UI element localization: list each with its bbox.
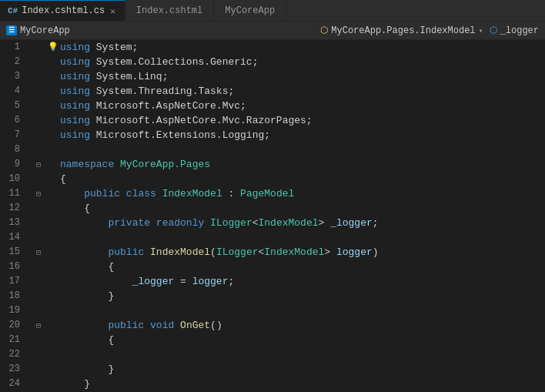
tab-indexcshtml-cs[interactable]: C# Index.cshtml.cs ✕ — [0, 0, 125, 21]
code-line: public class IndexModel : PageModel — [48, 186, 545, 201]
gutter-line — [32, 69, 45, 84]
plain-token — [174, 318, 180, 333]
gutter-line — [32, 113, 45, 128]
type-token: IndexModel — [259, 216, 319, 230]
kw-token: public — [84, 186, 120, 201]
plain-token: { — [60, 201, 90, 216]
breadcrumb-dropdowns: ⬡ MyCoreApp.Pages.IndexModel ▾ ⬡ _logger — [320, 25, 539, 36]
line-number: 3 — [0, 69, 26, 84]
method-token: OnGet — [180, 318, 210, 333]
plain-token: System.Collections.Generic; — [90, 55, 258, 69]
code-line: } — [48, 289, 545, 303]
method-token: IndexModel — [150, 245, 210, 260]
line-number: 21 — [0, 333, 26, 347]
gutter-line — [32, 333, 45, 347]
plain-token — [60, 216, 108, 230]
field-token: _logger — [132, 274, 175, 289]
line-number: 15 — [0, 245, 26, 260]
gutter-line — [32, 201, 45, 216]
plain-token: { — [60, 260, 114, 274]
tab-mycoreapp[interactable]: MyCoreApp — [214, 0, 286, 21]
line-number: 19 — [0, 303, 26, 318]
line-number: 12 — [0, 201, 26, 216]
code-line: { — [48, 333, 545, 347]
kw-token: using — [60, 55, 90, 69]
plain-token — [150, 216, 156, 230]
code-area[interactable]: 💡using System;using System.Collections.G… — [45, 40, 545, 392]
type-token: IndexModel — [162, 186, 222, 201]
gutter-line — [32, 274, 45, 289]
plain-token: ) — [373, 245, 379, 260]
kw-token: private — [108, 216, 150, 230]
tab-label: MyCoreApp — [225, 5, 275, 16]
line-number: 14 — [0, 230, 26, 245]
kw-token: using — [60, 69, 90, 84]
code-line — [48, 303, 545, 318]
code-line — [48, 142, 545, 157]
member-dropdown[interactable]: ⬡ _logger — [490, 25, 539, 36]
gutter-line[interactable]: ⊟ — [32, 157, 45, 172]
plain-token — [60, 186, 84, 201]
line-number: 18 — [0, 289, 26, 303]
plain-token: ; — [373, 216, 379, 230]
code-line: { — [48, 201, 545, 216]
line-number: 5 — [0, 99, 26, 113]
line-number: 22 — [0, 347, 26, 362]
gutter-line[interactable]: ⊟ — [32, 186, 45, 201]
kw-token: namespace — [60, 157, 114, 172]
project-icon: ☰ — [6, 25, 17, 35]
gutter-line[interactable]: ⊟ — [32, 245, 45, 260]
line-number: 20 — [0, 318, 26, 333]
param-token: logger — [336, 245, 373, 260]
kw-token: using — [60, 99, 90, 113]
plain-token: System.Threading.Tasks; — [90, 84, 234, 99]
gutter-line — [32, 142, 45, 157]
kw-token: readonly — [156, 216, 204, 230]
type-token: IndexModel — [264, 245, 324, 260]
code-line: public IndexModel(ILogger<IndexModel> lo… — [48, 245, 545, 260]
pages-icon: ⬡ — [320, 25, 328, 36]
line-number: 6 — [0, 113, 26, 128]
kw-token: public — [108, 318, 144, 333]
gutter-line — [32, 99, 45, 113]
code-line: { — [48, 172, 545, 186]
namespace-label: MyCoreApp.Pages.IndexModel — [331, 25, 475, 36]
cs-file-icon: C# — [8, 6, 18, 15]
tab-close-button[interactable]: ✕ — [109, 5, 117, 17]
line-number: 24 — [0, 377, 26, 391]
kw-token: using — [60, 128, 90, 142]
param-token: logger — [192, 274, 229, 289]
code-line: 💡using System; — [48, 40, 545, 55]
kw-token: using — [60, 40, 90, 55]
tab-indexcshtml[interactable]: Index.cshtml — [125, 0, 214, 21]
plain-token: < — [252, 216, 259, 230]
namespace-dropdown-arrow: ▾ — [479, 26, 483, 35]
breadcrumb-project[interactable]: MyCoreApp — [20, 25, 70, 36]
code-line: using System.Linq; — [48, 69, 545, 84]
code-line: namespace MyCoreApp.Pages — [48, 157, 545, 172]
line-number: 16 — [0, 260, 26, 274]
code-line: using Microsoft.AspNetCore.Mvc; — [48, 99, 545, 113]
gutter-line[interactable]: ⊟ — [32, 318, 45, 333]
tab-label: Index.cshtml — [136, 5, 202, 16]
plain-token: Microsoft.AspNetCore.Mvc.RazorPages; — [90, 113, 313, 128]
breadcrumb-bar: ☰ MyCoreApp ⬡ MyCoreApp.Pages.IndexModel… — [0, 22, 545, 40]
code-line — [48, 230, 545, 245]
gutter-line — [32, 260, 45, 274]
line-number: 7 — [0, 128, 26, 142]
namespace-dropdown[interactable]: ⬡ MyCoreApp.Pages.IndexModel ▾ — [320, 25, 483, 36]
type-token: PageModel — [240, 186, 294, 201]
type-token: ILogger — [216, 245, 259, 260]
kw-token: using — [60, 113, 90, 128]
editor: 1234567891011121314151617181920212223242… — [0, 40, 545, 392]
plain-token — [60, 318, 108, 333]
gutter-line — [32, 172, 45, 186]
line-number: 9 — [0, 157, 26, 172]
plain-token — [60, 245, 108, 260]
lightbulb-icon[interactable]: 💡 — [48, 40, 59, 55]
line-number: 11 — [0, 186, 26, 201]
gutter-line — [32, 347, 45, 362]
line-number: 23 — [0, 362, 26, 377]
line-number: 8 — [0, 142, 26, 157]
gutter-line — [32, 377, 45, 391]
